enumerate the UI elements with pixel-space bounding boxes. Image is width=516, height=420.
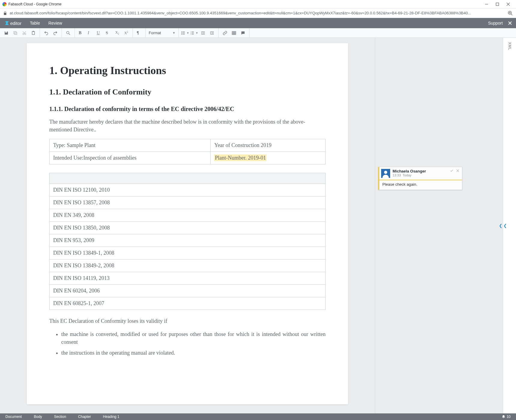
- search-button[interactable]: [64, 28, 73, 38]
- strikethrough-button[interactable]: S: [104, 28, 113, 38]
- comment-button[interactable]: [238, 28, 247, 38]
- collapse-comments-icon[interactable]: ❮: [498, 222, 503, 229]
- table-row: DIN EN 60825-1, 2007: [50, 297, 326, 310]
- heading-2: 1.1. Declaration of Conformity: [49, 88, 326, 97]
- bullet-list-button[interactable]: ▼: [181, 28, 190, 38]
- svg-point-20: [181, 34, 182, 34]
- subscript-button[interactable]: X2: [113, 28, 122, 38]
- table-row: DIN EN 349, 2008: [50, 209, 326, 222]
- document-viewport[interactable]: 1. Operating Instructions 1.1. Declarati…: [0, 38, 375, 413]
- breadcrumb[interactable]: Chapter: [78, 415, 91, 419]
- accept-comment-icon[interactable]: [450, 169, 454, 172]
- svg-rect-31: [203, 33, 205, 33]
- highlighted-text: Plant-Number. 2019-01: [214, 154, 266, 161]
- table-cell: DIN EN ISO 14119, 2013: [50, 272, 326, 285]
- format-label: Format: [149, 31, 161, 35]
- menu-review[interactable]: Review: [48, 21, 62, 26]
- window-maximize-button[interactable]: [492, 0, 503, 8]
- svg-rect-1: [496, 3, 499, 5]
- svg-text:3: 3: [190, 33, 191, 35]
- svg-point-16: [67, 31, 69, 34]
- table-row: DIN EN 953, 2009: [50, 234, 326, 247]
- table-row: DIN EN ISO 14119, 2013: [50, 272, 326, 285]
- cut-button[interactable]: [20, 28, 29, 38]
- svg-point-19: [181, 32, 182, 33]
- list-item: the machine is converted, modified or us…: [61, 330, 326, 346]
- menu-table[interactable]: Table: [30, 21, 40, 26]
- chevron-down-icon: ▼: [172, 31, 175, 34]
- delete-comment-icon[interactable]: [456, 169, 460, 172]
- format-dropdown[interactable]: Format ▼: [146, 28, 179, 38]
- svg-rect-10: [14, 32, 17, 34]
- copy-button[interactable]: [11, 28, 20, 38]
- table-cell: Plant-Number. 2019-01: [211, 152, 326, 164]
- bold-button[interactable]: B: [77, 28, 86, 38]
- collapse-xml-icon[interactable]: ❮: [503, 222, 508, 229]
- numbered-list-button[interactable]: 123▼: [190, 28, 199, 38]
- svg-line-5: [511, 14, 512, 15]
- xml-panel-label[interactable]: XML: [508, 42, 512, 50]
- insert-table-button[interactable]: [229, 28, 238, 38]
- standards-table: DIN EN ISO 12100, 2010 DIN EN ISO 13857,…: [49, 173, 326, 310]
- intro-paragraph: The manufacturer hereby declares that th…: [49, 118, 326, 134]
- svg-rect-34: [212, 33, 214, 33]
- document-page[interactable]: 1. Operating Instructions 1.1. Declarati…: [27, 43, 348, 404]
- app-header: editor Table Review Support: [0, 18, 516, 28]
- table-row: Type: Sample Plant Year of Construction …: [50, 139, 326, 152]
- main-area: 1. Operating Instructions 1.1. Declarati…: [0, 38, 516, 413]
- notifications-count: 10: [507, 415, 511, 419]
- superscript-button[interactable]: X2: [122, 28, 131, 38]
- svg-line-17: [69, 34, 70, 35]
- breadcrumb[interactable]: Section: [54, 415, 66, 419]
- table-cell: DIN EN ISO 13850, 2008: [50, 222, 326, 234]
- paragraph-button[interactable]: ¶: [135, 28, 144, 38]
- paste-button[interactable]: [29, 28, 38, 38]
- undo-button[interactable]: [42, 28, 51, 38]
- table-cell: DIN EN 60204, 2006: [50, 285, 326, 297]
- table-cell: DIN EN ISO 12100, 2010: [50, 184, 326, 196]
- breadcrumb[interactable]: Body: [34, 415, 42, 419]
- table-cell: DIN EN ISO 13849-2, 2008: [50, 260, 326, 272]
- table-row: DIN EN ISO 13857, 2008: [50, 196, 326, 209]
- table-cell: DIN EN 349, 2008: [50, 209, 326, 222]
- redo-button[interactable]: [51, 28, 60, 38]
- table-cell: Year of Construction 2019: [211, 139, 326, 152]
- comment-text: Please check again.: [379, 180, 462, 190]
- comment-card[interactable]: Michaela Osanger 13:33 Today Please chec…: [378, 167, 462, 190]
- svg-point-42: [384, 171, 387, 174]
- breadcrumb[interactable]: Document: [5, 415, 22, 419]
- indent-button[interactable]: [208, 28, 217, 38]
- browser-addressbar: at.cloud.fabasoft.com/folio/fscasp/conte…: [0, 8, 516, 18]
- underline-button[interactable]: U: [95, 28, 104, 38]
- app-close-icon[interactable]: [508, 21, 512, 25]
- breadcrumb[interactable]: Heading 1: [103, 415, 120, 419]
- svg-rect-15: [33, 31, 34, 32]
- outdent-button[interactable]: [199, 28, 208, 38]
- svg-rect-22: [183, 33, 185, 33]
- comment-author: Michaela Osanger: [393, 169, 426, 173]
- window-minimize-button[interactable]: [481, 0, 492, 8]
- svg-rect-36: [232, 31, 236, 34]
- svg-rect-14: [32, 31, 35, 34]
- svg-rect-11: [14, 31, 16, 34]
- save-button[interactable]: [2, 28, 11, 38]
- app-logo: editor: [4, 20, 22, 26]
- support-link[interactable]: Support: [488, 21, 503, 26]
- table-row: Intended Use:Inspection of assemblies Pl…: [50, 152, 326, 164]
- comment-meta: 13:33 Today: [393, 173, 426, 177]
- zoom-icon[interactable]: [508, 10, 513, 16]
- svg-rect-23: [183, 34, 185, 34]
- heading-3: 1.1.1. Declaration of conformity in term…: [49, 106, 326, 112]
- table-cell: DIN EN ISO 13857, 2008: [50, 196, 326, 209]
- link-button[interactable]: [220, 28, 229, 38]
- avatar-icon: [381, 169, 390, 178]
- comments-panel: Michaela Osanger 13:33 Today Please chec…: [375, 38, 503, 413]
- validity-list: the machine is converted, modified or us…: [49, 330, 326, 357]
- window-close-button[interactable]: [503, 0, 514, 8]
- url-text[interactable]: at.cloud.fabasoft.com/folio/fscasp/conte…: [10, 11, 505, 15]
- italic-button[interactable]: I: [86, 28, 95, 38]
- lock-icon: [3, 11, 7, 15]
- toolbar: B I U S X2 X2 ¶ Format ▼ ▼ 123▼: [0, 28, 516, 38]
- svg-rect-21: [183, 32, 185, 32]
- notifications-button[interactable]: 10: [502, 415, 511, 419]
